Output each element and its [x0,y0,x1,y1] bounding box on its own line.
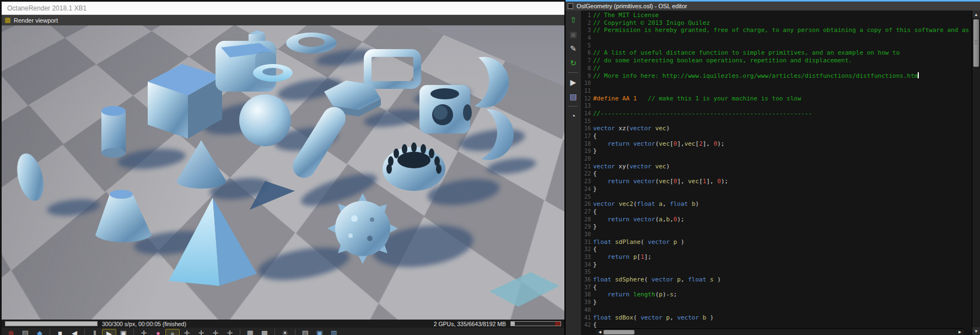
stop-icon[interactable]: ■ [53,329,67,335]
toolbar-divider [568,106,578,107]
code-line[interactable]: 14//------------------------------------… [581,110,972,118]
code-line[interactable]: 36float sdSphere( vector p, float s ) [581,276,972,284]
pick-region-icon[interactable]: ✛ [223,329,237,335]
code-line[interactable]: 37{ [581,284,972,291]
code-line[interactable]: 31float sdPlane( vector p ) [581,238,972,246]
code-line[interactable]: 16vector xz(vector vec) [581,125,972,132]
code-line[interactable]: 8// [581,65,972,72]
code-line[interactable]: 30 [581,231,972,238]
line-number: 36 [581,276,593,284]
code-line[interactable]: 33 return p[1]; [581,253,972,261]
primitive-torus-flat [286,33,337,54]
code-line[interactable]: 32{ [581,246,972,253]
line-number: 28 [581,216,593,224]
code-line[interactable]: 39} [581,299,972,306]
code-line[interactable]: 6// A list of useful distance function t… [581,49,972,57]
vertical-scrollbar-thumb[interactable] [973,19,979,67]
code-line[interactable]: 24} [581,185,972,193]
code-line[interactable]: 3// Permission is hereby granted, free o… [581,26,972,34]
code-line[interactable]: 21vector xy(vector vec) [581,163,972,171]
reload-script-icon[interactable]: ↻ [567,56,579,70]
code-line[interactable]: 25 [581,193,972,201]
code-line[interactable]: 29} [581,223,972,231]
scroll-down-icon[interactable]: ▼ [972,327,980,335]
code-line[interactable]: 7// do some interesting boolean operatio… [581,57,972,65]
code-line[interactable]: 9// More info here: http://www.iquilezle… [581,72,972,80]
pick-object-icon[interactable]: ● [165,329,180,335]
restart-icon[interactable]: ◀ [67,329,82,335]
line-number: 1 [581,12,593,19]
pick-white-balance-icon[interactable]: ✛ [180,329,194,335]
film-region-icon[interactable]: ▩ [257,329,272,335]
code-line[interactable]: 40 [581,306,972,314]
compile-run-icon[interactable]: ▶ [567,76,579,89]
clay-mode-icon[interactable]: ▤ [298,329,313,335]
viewport-settings-icon[interactable]: ▥ [327,329,341,335]
edit-script-icon[interactable]: ✎ [567,42,579,55]
osl-title-checkbox[interactable] [568,3,573,9]
scroll-up-icon[interactable]: ▲ [972,10,980,18]
line-number: 6 [581,49,593,57]
scroll-left-icon[interactable]: ◀ [596,329,604,334]
pick-camera-target-icon[interactable]: ✛ [194,329,208,335]
code-line[interactable]: 13 [581,102,972,110]
horizontal-scrollbar-thumb[interactable] [604,330,634,334]
timer-icon[interactable]: ◔ [567,109,579,123]
code-line[interactable]: 12#define AA 1 // make this 1 is your ma… [581,95,972,103]
code-line[interactable]: 22{ [581,170,972,178]
pause-icon[interactable]: ‖ [88,329,102,335]
code-line[interactable]: 11 [581,87,972,95]
export-icon[interactable]: ▤ [18,329,33,335]
code-line[interactable]: 15 [581,118,972,125]
pick-aperture-icon[interactable]: ✛ [208,329,223,335]
vertical-scrollbar[interactable]: ▲ ▼ [972,10,980,335]
code-line[interactable]: 4 [581,34,972,42]
scroll-right-icon[interactable]: ▶ [956,329,963,334]
paste-icon[interactable]: ▤ [567,90,579,103]
code-line[interactable]: 28 return vector(a,b,0); [581,216,972,224]
code-line[interactable]: 42{ [581,321,972,329]
pick-focus-icon[interactable]: ✛ [137,329,151,335]
subsample-icon[interactable]: ☀ [278,329,292,335]
code-line[interactable]: 34} [581,261,972,269]
discard-icon[interactable]: ⊗ [4,329,18,335]
viewport-lock-icon[interactable]: ▣ [116,329,131,335]
code-line[interactable]: 18 return vector(vec[0],vec[2], 0); [581,140,972,148]
toolbar-divider [295,329,295,335]
octane-render-window: OctaneRender 2018.1 XB1 Render viewport [0,0,564,335]
play-icon[interactable]: ▶ [102,329,116,335]
code-line[interactable]: 23 return vector(vec[0], vec[1], 0); [581,178,972,185]
code-lines[interactable]: 1// The MIT License2// Copyright © 2013 … [581,10,972,329]
render-viewport-canvas[interactable] [2,25,564,320]
load-script-icon[interactable]: ⇧ [567,13,579,26]
octane-bottom-toolbar: ⊗▤◆■◀‖▶▣✛●●✛✛✛✛▦▩☀▤▣▥ [2,328,564,335]
render-viewport-tab-label[interactable]: Render viewport [14,17,58,24]
code-line[interactable]: 17{ [581,132,972,140]
code-editor[interactable]: 1// The MIT License2// Copyright © 2013 … [581,10,972,335]
line-number: 22 [581,170,593,178]
horizontal-scrollbar[interactable]: ◀ ▶ [596,328,963,335]
code-line[interactable]: 20 [581,155,972,163]
code-line[interactable]: 27{ [581,208,972,216]
code-line[interactable]: 10 [581,79,972,87]
save-image-icon[interactable]: ▣ [313,329,327,335]
toolbar-divider [50,329,50,335]
pick-material-icon[interactable]: ● [151,329,165,335]
code-line[interactable]: 5 [581,42,972,50]
code-line[interactable]: 19} [581,147,972,155]
line-number: 23 [581,178,593,185]
render-region-icon[interactable]: ▦ [243,329,257,335]
primitive-disc [13,151,48,204]
line-number: 38 [581,291,593,299]
material-ball-icon[interactable]: ◆ [33,329,47,335]
code-line[interactable]: 26vector vec2(float a, float b) [581,200,972,208]
line-number: 13 [581,102,593,110]
code-line[interactable]: 38 return length(p)-s; [581,291,972,299]
code-line[interactable]: 41float sdBox( vector p, vector b ) [581,314,972,322]
line-number: 33 [581,253,593,261]
line-number: 37 [581,284,593,291]
code-line[interactable]: 1// The MIT License [581,12,972,19]
code-line[interactable]: 2// Copyright © 2013 Inigo Quilez [581,19,972,27]
gpu-memory-bar [510,321,561,326]
code-line[interactable]: 35 [581,268,972,276]
